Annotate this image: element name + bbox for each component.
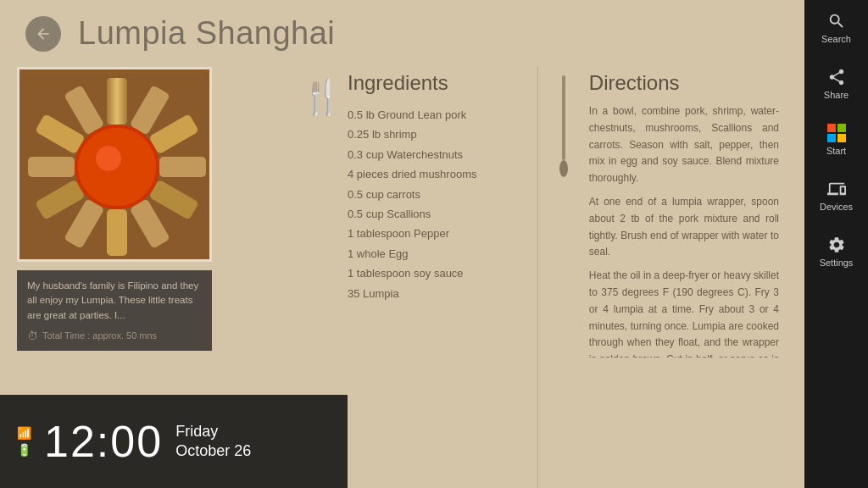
vertical-divider bbox=[537, 67, 538, 488]
main-content: Lumpia Shanghai bbox=[0, 0, 804, 488]
directions-text: In a bowl, combine pork, shrimp, water-c… bbox=[589, 103, 779, 358]
search-icon bbox=[827, 12, 846, 30]
svg-point-16 bbox=[96, 146, 121, 171]
description-box: My husband's family is Filipino and they… bbox=[17, 270, 212, 351]
search-label: Search bbox=[821, 34, 851, 44]
date-display: Friday October 26 bbox=[175, 423, 251, 460]
win-quad-3 bbox=[827, 134, 836, 142]
back-button[interactable] bbox=[25, 16, 61, 52]
ingredient-item: 0.5 lb Ground Lean pork bbox=[348, 105, 520, 125]
sidebar-item-search[interactable]: Search bbox=[804, 0, 868, 56]
right-sidebar: Search Share Start Devices Settings bbox=[804, 0, 868, 488]
day-label: Friday bbox=[175, 423, 251, 441]
ingredient-item: 1 tablespoon soy sauce bbox=[348, 263, 520, 283]
fork-icon: 🍴 bbox=[301, 80, 343, 114]
svg-rect-17 bbox=[562, 75, 565, 160]
signal-icon: 📶 bbox=[17, 426, 31, 440]
sidebar-item-start[interactable]: Start bbox=[804, 112, 868, 168]
date-label: October 26 bbox=[175, 442, 251, 460]
svg-point-18 bbox=[559, 160, 568, 177]
directions-heading: Directions bbox=[589, 71, 779, 95]
description-text: My husband's family is Filipino and they… bbox=[27, 279, 202, 323]
signal-icons: 📶 🔋 bbox=[17, 426, 31, 457]
devices-label: Devices bbox=[820, 202, 853, 212]
ingredient-item: 0.5 cup carrots bbox=[348, 185, 520, 204]
devices-icon bbox=[827, 180, 846, 198]
win-quad-1 bbox=[827, 124, 836, 132]
start-label: Start bbox=[826, 146, 846, 156]
svg-rect-11 bbox=[28, 157, 75, 177]
recipe-image bbox=[17, 67, 212, 262]
directions-paragraph: Heat the oil in a deep-fryer or heavy sk… bbox=[589, 268, 779, 358]
total-time-text: Total Time : approx. 50 mns bbox=[42, 330, 157, 341]
ingredient-item: 0.25 lb shrimp bbox=[348, 125, 520, 144]
food-visual bbox=[19, 69, 209, 259]
clock-icon: ⏱ bbox=[27, 330, 38, 342]
ingredient-item: 4 pieces dried mushrooms bbox=[348, 164, 520, 184]
share-icon bbox=[827, 68, 846, 86]
settings-icon bbox=[827, 236, 846, 254]
battery-icon: 🔋 bbox=[17, 443, 31, 457]
share-label: Share bbox=[824, 90, 849, 100]
svg-rect-5 bbox=[159, 157, 206, 177]
knife-divider bbox=[547, 67, 581, 488]
status-overlay: 📶 🔋 12:00 Friday October 26 bbox=[0, 395, 348, 488]
ingredient-item: 0.5 cup Scallions bbox=[348, 204, 520, 224]
directions-panel: Directions In a bowl, combine pork, shri… bbox=[581, 67, 787, 488]
ingredient-item: 1 whole Egg bbox=[348, 244, 520, 263]
svg-rect-8 bbox=[107, 209, 127, 256]
sidebar-item-share[interactable]: Share bbox=[804, 56, 868, 112]
time-display: 12:00 bbox=[44, 419, 163, 463]
ingredients-panel: Ingredients 0.5 lb Ground Lean pork0.25 … bbox=[339, 67, 529, 488]
ingredient-item: 1 tablespoon Pepper bbox=[348, 224, 520, 243]
directions-paragraph: In a bowl, combine pork, shrimp, water-c… bbox=[589, 103, 779, 187]
lumpia-rolls-svg bbox=[19, 69, 212, 262]
settings-label: Settings bbox=[820, 258, 854, 268]
ingredient-item: 35 Lumpia bbox=[348, 284, 520, 303]
win-quad-4 bbox=[837, 134, 846, 142]
directions-paragraph: At one end of a lumpia wrapper, spoon ab… bbox=[589, 194, 779, 261]
ingredient-item: 0.3 cup Waterchestnuts bbox=[348, 145, 520, 164]
total-time: ⏱ Total Time : approx. 50 mns bbox=[27, 330, 202, 342]
sidebar-item-settings[interactable]: Settings bbox=[804, 224, 868, 280]
ingredients-list: 0.5 lb Ground Lean pork0.25 lb shrimp0.3… bbox=[348, 105, 520, 303]
header: Lumpia Shanghai bbox=[0, 0, 804, 67]
windows-logo-icon bbox=[827, 124, 846, 142]
sidebar-item-devices[interactable]: Devices bbox=[804, 168, 868, 224]
ingredients-heading: Ingredients bbox=[348, 71, 520, 95]
win-quad-2 bbox=[837, 124, 846, 132]
page-title: Lumpia Shanghai bbox=[78, 15, 335, 52]
svg-rect-2 bbox=[107, 78, 127, 125]
knife-icon bbox=[554, 75, 573, 177]
back-arrow-icon bbox=[35, 25, 52, 42]
